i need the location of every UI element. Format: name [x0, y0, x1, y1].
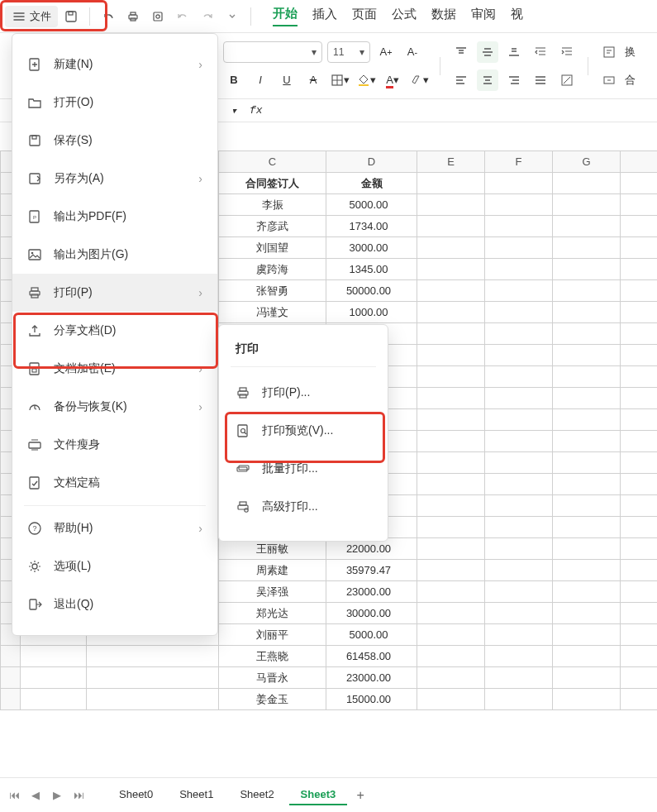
redo-icon[interactable]	[196, 5, 219, 28]
file-menu-item-final[interactable]: 文档定稿	[12, 464, 217, 502]
file-menu-item-compress[interactable]: 文件瘦身	[12, 426, 217, 464]
tab-6[interactable]: 视	[511, 7, 523, 26]
file-menu-item-image[interactable]: 输出为图片(G)	[12, 236, 217, 274]
sheet-nav-next-icon[interactable]: ▶	[48, 789, 66, 801]
file-menu-button[interactable]: 文件	[5, 6, 58, 27]
merge-cells-icon[interactable]	[598, 69, 620, 91]
increase-font-icon[interactable]: A+	[375, 41, 397, 63]
print-menu-item-advanced[interactable]: 高级打印...	[219, 488, 388, 526]
sheet-tab-Sheet2[interactable]: Sheet2	[228, 785, 285, 805]
menu-item-label: 高级打印...	[262, 499, 318, 514]
strikethrough-icon[interactable]: A	[302, 69, 324, 91]
decrease-font-icon[interactable]: A-	[402, 41, 423, 63]
tab-2[interactable]: 页面	[352, 7, 377, 26]
chevron-right-icon: ›	[198, 400, 202, 413]
align-center-icon[interactable]	[477, 69, 498, 91]
print-menu-item-print[interactable]: 打印(P)...	[219, 374, 388, 412]
align-right-icon[interactable]	[503, 69, 525, 91]
font-color-icon[interactable]: A▾	[382, 69, 403, 91]
align-left-icon[interactable]	[450, 69, 472, 91]
print-menu-item-batch[interactable]: 批量打印...	[219, 450, 388, 488]
col-C[interactable]: C	[219, 151, 326, 173]
table-row[interactable]: 马晋永23000.00	[1, 667, 658, 689]
print-menu-item-preview[interactable]: 打印预览(V)...	[219, 412, 388, 450]
bold-icon[interactable]: B	[223, 69, 245, 91]
justify-icon[interactable]	[530, 69, 551, 91]
file-menu-item-saveas[interactable]: 另存为(A)›	[12, 160, 217, 198]
col-F[interactable]: F	[485, 151, 553, 173]
file-menu-item-save[interactable]: 保存(S)	[12, 122, 217, 160]
save-icon[interactable]	[60, 5, 83, 28]
align-top-icon[interactable]	[450, 41, 472, 63]
separator	[24, 505, 206, 506]
tab-0[interactable]: 开始	[273, 6, 298, 26]
undo2-icon[interactable]	[171, 5, 194, 28]
col-D[interactable]: D	[326, 151, 417, 173]
file-menu-item-new[interactable]: 新建(N)›	[12, 45, 217, 84]
file-menu-item-gear[interactable]: 选项(L)	[12, 547, 217, 585]
col-G[interactable]: G	[553, 151, 621, 173]
sheet-nav-prev-icon[interactable]: ◀	[26, 789, 45, 801]
divider	[89, 7, 90, 26]
batch-icon	[236, 461, 250, 476]
tab-4[interactable]: 数据	[431, 7, 456, 26]
font-size-value: 11	[333, 46, 344, 58]
file-menu-item-share[interactable]: 分享文档(D)	[12, 312, 217, 350]
border-icon[interactable]: ▾	[329, 69, 350, 91]
file-menu-item-lock[interactable]: 文档加密(E)›	[12, 350, 217, 388]
menu-bar: 文件 开始插入页面公式数据审阅视	[0, 0, 657, 33]
italic-icon[interactable]: I	[250, 69, 271, 91]
lock-icon	[27, 361, 42, 376]
svg-rect-21	[31, 288, 38, 291]
tab-5[interactable]: 审阅	[471, 7, 496, 26]
svg-rect-18	[29, 250, 40, 260]
file-menu-item-pdf[interactable]: P输出为PDF(F)	[12, 198, 217, 236]
sheet-tab-Sheet3[interactable]: Sheet3	[289, 785, 348, 805]
open-icon	[27, 95, 42, 110]
wrap-text-icon[interactable]	[598, 41, 620, 63]
col-E[interactable]: E	[417, 151, 485, 173]
gear-icon	[27, 559, 42, 574]
preview-icon[interactable]	[146, 5, 169, 28]
svg-point-19	[31, 252, 34, 255]
sheet-nav-last-icon[interactable]: ⏭	[69, 789, 88, 801]
underline-icon[interactable]: U	[276, 69, 298, 91]
table-row[interactable]: 王燕晓61458.00	[1, 646, 658, 667]
redo-dropdown-icon[interactable]	[221, 5, 244, 28]
orientation-icon[interactable]	[556, 69, 578, 91]
file-menu-item-help[interactable]: ?帮助(H)›	[12, 509, 217, 547]
wrap-text-label: 换	[625, 45, 636, 60]
undo-icon[interactable]	[97, 5, 120, 28]
svg-rect-25	[29, 442, 40, 448]
align-middle-icon[interactable]	[477, 41, 498, 63]
divider	[588, 57, 588, 75]
add-sheet-button[interactable]: +	[350, 788, 370, 803]
sheet-tab-Sheet1[interactable]: Sheet1	[168, 785, 225, 805]
sheet-nav-first-icon[interactable]: ⏮	[5, 789, 23, 801]
font-name-select[interactable]: ▾	[223, 41, 322, 63]
exit-icon	[27, 597, 42, 612]
print-submenu-list: 打印(P)...打印预览(V)...批量打印...高级打印...	[219, 374, 388, 526]
chevron-right-icon: ›	[198, 286, 202, 299]
sheet-tab-Sheet0[interactable]: Sheet0	[107, 785, 164, 805]
table-row[interactable]: 姜金玉15000.00	[1, 689, 658, 710]
file-menu-item-print[interactable]: 打印(P)›	[12, 274, 217, 312]
clear-format-icon[interactable]: ▾	[408, 69, 430, 91]
menu-item-label: 帮助(H)	[54, 521, 93, 536]
indent-increase-icon[interactable]	[556, 41, 578, 63]
menu-item-label: 文档加密(E)	[54, 361, 116, 376]
file-menu-item-backup[interactable]: 备份与恢复(K)›	[12, 388, 217, 426]
tab-3[interactable]: 公式	[392, 7, 417, 26]
file-menu-item-exit[interactable]: 退出(Q)	[12, 585, 217, 623]
fill-color-icon[interactable]: ▾	[355, 69, 377, 91]
cell-nav-dropdown[interactable]: ▾	[223, 100, 245, 122]
svg-rect-24	[32, 369, 36, 372]
file-menu-item-open[interactable]: 打开(O)	[12, 84, 217, 122]
print-icon[interactable]	[121, 5, 145, 28]
tab-1[interactable]: 插入	[312, 7, 337, 26]
indent-decrease-icon[interactable]	[530, 41, 551, 63]
svg-rect-8	[359, 84, 369, 86]
font-size-select[interactable]: 11 ▾	[327, 41, 370, 63]
align-bottom-icon[interactable]	[503, 41, 525, 63]
separator	[231, 366, 376, 367]
